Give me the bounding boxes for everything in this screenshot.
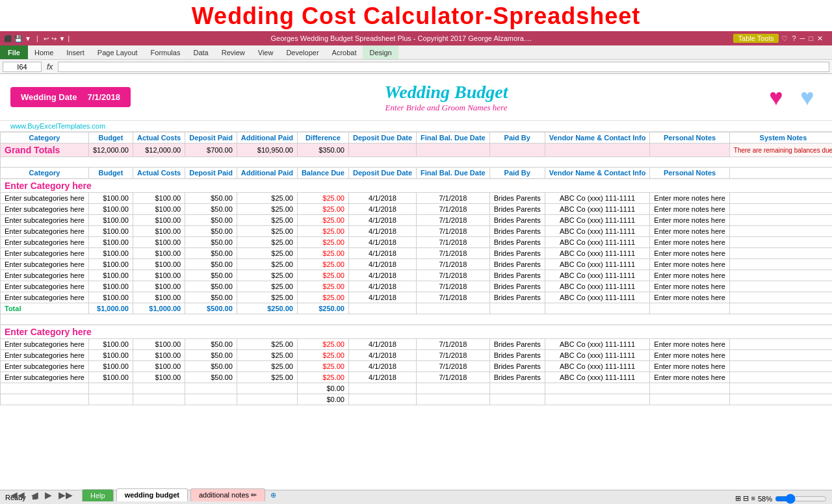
sub-col-paid-by[interactable]: Paid By	[489, 168, 545, 179]
sub-col-actual[interactable]: Actual Costs	[133, 168, 185, 179]
table-row[interactable]: Enter subcategories here$100.00$100.00$5…	[1, 360, 833, 372]
add-sheet-icon[interactable]: ⊕	[270, 491, 276, 499]
hearts-decoration: ♥ ♥	[762, 84, 822, 110]
center-title: Wedding Budget Enter Bride and Groom Nam…	[131, 82, 762, 113]
menu-file[interactable]: File	[0, 45, 28, 59]
menu-page-layout[interactable]: Page Layout	[91, 45, 144, 59]
sub-col-budget[interactable]: Budget	[88, 168, 133, 179]
menu-design[interactable]: Design	[363, 45, 398, 59]
category-header-row: Enter Category here	[1, 179, 833, 193]
sheet-tab-wedding-budget[interactable]: wedding budget	[116, 488, 188, 501]
empty-value-row: $0.00	[1, 394, 833, 405]
sub-col-additional[interactable]: Additional Paid	[237, 168, 297, 179]
col-header-budget[interactable]: Budget	[88, 132, 133, 144]
sub-col-deposit[interactable]: Deposit Paid	[185, 168, 237, 179]
spreadsheet-table-container: Category Budget Actual Costs Deposit Pai…	[0, 132, 832, 405]
table-row[interactable]: Enter subcategories here$100.00$100.00$5…	[1, 248, 833, 259]
formula-input[interactable]	[58, 62, 829, 72]
wedding-date-value[interactable]: 7/1/2018	[87, 92, 120, 102]
col-header-category[interactable]: Category	[1, 132, 89, 144]
table-row[interactable]: Enter subcategories here$100.00$100.00$5…	[1, 349, 833, 360]
tab-prev-icon[interactable]: ◀	[29, 488, 41, 501]
category-header-row-2: Enter Category here	[1, 325, 833, 339]
col-header-additional[interactable]: Additional Paid	[237, 132, 297, 144]
table-row[interactable]: Enter subcategories here$100.00$100.00$5…	[1, 281, 833, 292]
menu-insert[interactable]: Insert	[60, 45, 91, 59]
sub-col-dep-date[interactable]: Deposit Due Date	[348, 168, 416, 179]
heart-blue-icon: ♥	[793, 84, 822, 110]
menu-acrobat[interactable]: Acrobat	[326, 45, 363, 59]
status-bar: Ready 🖥 ◀◀ ◀ ▶ ▶▶ Help wedding budget ad…	[0, 490, 832, 504]
col-header-vendor[interactable]: Vendor Name & Contact Info	[545, 132, 650, 144]
table-row[interactable]: Enter subcategories here$100.00$100.00$5…	[1, 193, 833, 204]
sub-col-vendor[interactable]: Vendor Name & Contact Info	[545, 168, 650, 179]
spreadsheet-area: Wedding Date 7/1/2018 Wedding Budget Ent…	[0, 74, 832, 405]
menu-view[interactable]: View	[252, 45, 280, 59]
cell-reference[interactable]: I64	[3, 62, 42, 72]
empty-value-row: $0.00	[1, 383, 833, 394]
excel-menu: File Home Insert Page Layout Formulas Da…	[0, 45, 832, 60]
menu-data[interactable]: Data	[187, 45, 214, 59]
sub-col-notes[interactable]: Personal Notes	[650, 168, 729, 179]
wedding-date-box: Wedding Date 7/1/2018	[10, 87, 131, 107]
zoom-controls: ⊞ ⊟ ≡ 58%	[735, 494, 827, 503]
table-row[interactable]: Enter subcategories here$100.00$100.00$5…	[1, 292, 833, 303]
grand-totals-empty4	[545, 144, 650, 157]
table-tools-btn[interactable]: Table Tools	[733, 34, 779, 43]
sheet-tab-additional-notes[interactable]: additional notes ✏	[190, 488, 265, 501]
separator-row	[1, 157, 833, 168]
wedding-date-label: Wedding Date	[21, 92, 77, 102]
col-header-actual[interactable]: Actual Costs	[133, 132, 185, 144]
table-row[interactable]: Enter subcategories here$100.00$100.00$5…	[1, 372, 833, 383]
grand-totals-empty2	[417, 144, 490, 157]
sheet-tab-help[interactable]: Help	[82, 489, 114, 501]
separator-cell	[1, 157, 833, 168]
wb-header: Wedding Date 7/1/2018 Wedding Budget Ent…	[0, 74, 832, 121]
col-header-deposit[interactable]: Deposit Paid	[185, 132, 237, 144]
excel-titlebar: ⬛💾▼|↩↪▼| Georges Wedding Budget Spreadsh…	[0, 31, 832, 45]
website-link[interactable]: www.BuyExcelTemplates.com	[0, 121, 832, 132]
menu-formulas[interactable]: Formulas	[144, 45, 187, 59]
view-icons[interactable]: ⊞ ⊟ ≡	[735, 494, 755, 503]
sub-col-final-date[interactable]: Final Bal. Due Date	[417, 168, 490, 179]
header-row: Category Budget Actual Costs Deposit Pai…	[1, 132, 833, 144]
col-header-final-date[interactable]: Final Bal. Due Date	[417, 132, 490, 144]
fx-icon: fx	[44, 62, 55, 71]
grand-totals-addl: $10,950.00	[237, 144, 297, 157]
budget-table: Category Budget Actual Costs Deposit Pai…	[0, 132, 832, 405]
col-header-deposit-date[interactable]: Deposit Due Date	[348, 132, 416, 144]
table-row[interactable]: Enter subcategories here$100.00$100.00$5…	[1, 204, 833, 215]
sub-col-sys-notes	[729, 168, 832, 179]
section-total-row: Total$1,000.00$1,000.00$500.00$250.00$25…	[1, 303, 833, 314]
menu-review[interactable]: Review	[215, 45, 252, 59]
grand-totals-system-notes: There are remaining balances due	[729, 144, 832, 157]
zoom-slider[interactable]	[775, 495, 827, 503]
quick-access-icons[interactable]: ⬛💾▼|↩↪▼|	[4, 35, 70, 42]
table-row[interactable]: Enter subcategories here$100.00$100.00$5…	[1, 338, 833, 349]
grand-totals-empty5	[650, 144, 729, 157]
col-header-paid-by[interactable]: Paid By	[489, 132, 545, 144]
tab-next-icon[interactable]: ▶	[42, 488, 55, 501]
grand-totals-row: Grand Totals $12,000.00 $12,000.00 $700.…	[1, 144, 833, 157]
menu-developer[interactable]: Developer	[280, 45, 325, 59]
table-body: Enter Category hereEnter subcategories h…	[1, 179, 833, 405]
col-header-notes[interactable]: Personal Notes	[650, 132, 729, 144]
menu-home[interactable]: Home	[28, 45, 60, 59]
grand-totals-actual: $12,000.00	[133, 144, 185, 157]
table-row[interactable]: Enter subcategories here$100.00$100.00$5…	[1, 226, 833, 237]
grand-totals-budget: $12,000.00	[88, 144, 133, 157]
grand-totals-empty1	[348, 144, 416, 157]
table-row[interactable]: Enter subcategories here$100.00$100.00$5…	[1, 237, 833, 248]
col-header-difference[interactable]: Difference	[297, 132, 348, 144]
tab-last-icon[interactable]: ▶▶	[56, 488, 75, 501]
table-row[interactable]: Enter subcategories here$100.00$100.00$5…	[1, 270, 833, 281]
sub-col-category[interactable]: Category	[1, 168, 89, 179]
window-title: Georges Wedding Budget Spreadsheet Plus …	[70, 34, 733, 42]
table-row[interactable]: Enter subcategories here$100.00$100.00$5…	[1, 215, 833, 226]
table-row[interactable]: Enter subcategories here$100.00$100.00$5…	[1, 259, 833, 270]
sub-col-balance[interactable]: Balance Due	[297, 168, 348, 179]
tab-nav[interactable]: ◀◀ ◀ ▶ ▶▶	[8, 488, 75, 501]
sub-header-row: Category Budget Actual Costs Deposit Pai…	[1, 168, 833, 179]
title-banner: Wedding Cost Calculator-Spreadsheet	[0, 0, 832, 31]
tab-first-icon[interactable]: ◀◀	[8, 488, 27, 501]
